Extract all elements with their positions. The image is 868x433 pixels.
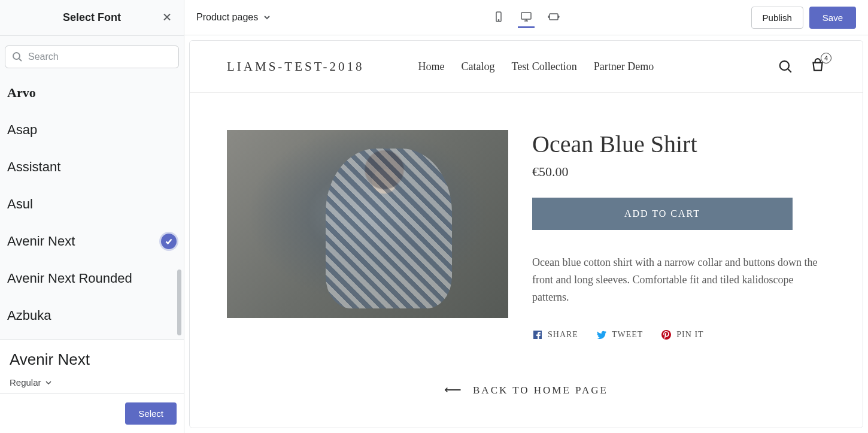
twitter-icon [596, 329, 607, 340]
tweet-label: TWEET [612, 330, 643, 340]
nav-partner-demo[interactable]: Partner Demo [594, 60, 654, 73]
top-actions: Publish Save [751, 7, 856, 29]
font-name: Azbuka [7, 308, 51, 323]
preview-container: LIAMS-TEST-2018 Home Catalog Test Collec… [184, 35, 868, 433]
close-button[interactable] [157, 7, 177, 28]
close-icon [161, 11, 173, 23]
font-weight-selector[interactable]: Regular [10, 377, 174, 387]
product-info: Ocean Blue Shirt €50.00 ADD TO CART Ocea… [532, 130, 825, 340]
font-name: Asul [7, 196, 33, 212]
back-to-home-link[interactable]: ⟵BACK TO HOME PAGE [190, 358, 863, 428]
select-button[interactable]: Select [125, 402, 177, 425]
font-item-avenir-next-rounded[interactable]: Avenir Next Rounded [0, 260, 184, 297]
font-name: Arvo [7, 85, 36, 101]
nav-home[interactable]: Home [418, 60, 445, 73]
sidebar-footer: Select [0, 393, 184, 433]
chevron-down-icon [45, 379, 52, 386]
selected-font-name: Avenir Next [10, 350, 174, 369]
sidebar-header: Select Font [0, 0, 184, 36]
sidebar-title: Select Font [63, 11, 121, 24]
font-item-azbuka[interactable]: Azbuka [0, 297, 184, 334]
product-image[interactable] [227, 130, 508, 318]
cart-button[interactable]: 4 [810, 57, 825, 75]
product-description: Ocean blue cotton shirt with a narrow co… [532, 254, 820, 305]
search-box[interactable] [5, 46, 179, 68]
topbar: Product pages Publish Save [184, 0, 868, 35]
font-item-asap[interactable]: Asap [0, 111, 184, 149]
store-nav: Home Catalog Test Collection Partner Dem… [418, 60, 654, 73]
share-facebook[interactable]: SHARE [532, 329, 578, 340]
desktop-icon [520, 11, 532, 23]
share-twitter[interactable]: TWEET [596, 329, 643, 340]
share-row: SHARE TWEET PIN IT [532, 329, 825, 340]
svg-point-2 [498, 19, 499, 20]
scrollbar-thumb[interactable] [177, 270, 181, 335]
product-price: €50.00 [532, 164, 825, 180]
chevron-down-icon [263, 13, 271, 22]
mobile-icon [493, 11, 505, 23]
selected-font-panel: Avenir Next Regular [0, 339, 184, 393]
publish-button[interactable]: Publish [751, 7, 803, 29]
main-area: Product pages Publish Save LIAMS-TEST-20… [184, 0, 868, 433]
search-input[interactable] [28, 52, 172, 62]
store-name[interactable]: LIAMS-TEST-2018 [227, 59, 365, 74]
preview-frame: LIAMS-TEST-2018 Home Catalog Test Collec… [189, 40, 863, 428]
device-mobile-button[interactable] [490, 7, 507, 28]
search-container [0, 36, 184, 74]
device-desktop-button[interactable] [518, 7, 535, 28]
store-header: LIAMS-TEST-2018 Home Catalog Test Collec… [190, 41, 863, 93]
save-button[interactable]: Save [809, 7, 856, 29]
facebook-icon [532, 329, 543, 340]
font-name: Asap [7, 122, 37, 138]
font-item-avenir-next[interactable]: Avenir Next [0, 223, 184, 260]
arrow-left-icon: ⟵ [444, 383, 463, 396]
check-icon [165, 237, 173, 246]
selected-check-badge [161, 234, 177, 249]
device-fullwidth-button[interactable] [545, 7, 562, 28]
svg-point-0 [13, 53, 20, 59]
store-actions: 4 [778, 57, 825, 75]
search-icon [11, 51, 23, 63]
font-name: Assistant [7, 159, 60, 175]
fullwidth-icon [548, 11, 560, 23]
svg-rect-3 [521, 13, 531, 19]
font-name: Avenir Next [7, 234, 75, 249]
pin-label: PIN IT [676, 330, 703, 340]
share-label: SHARE [548, 330, 578, 340]
font-item-assistant[interactable]: Assistant [0, 149, 184, 186]
weight-label: Regular [10, 377, 41, 387]
back-link-label: BACK TO HOME PAGE [473, 384, 608, 396]
nav-catalog[interactable]: Catalog [462, 60, 495, 73]
svg-rect-4 [550, 14, 558, 20]
page-selector-label: Product pages [196, 12, 258, 23]
pinterest-icon [661, 329, 672, 340]
device-switcher [490, 7, 562, 28]
svg-point-5 [780, 61, 789, 70]
font-name: Avenir Next Rounded [7, 271, 132, 286]
search-icon[interactable] [778, 59, 793, 74]
add-to-cart-button[interactable]: ADD TO CART [532, 198, 793, 230]
product-title: Ocean Blue Shirt [532, 130, 825, 158]
share-pinterest[interactable]: PIN IT [661, 329, 703, 340]
cart-count-badge: 4 [821, 53, 831, 63]
font-item-arvo[interactable]: Arvo [0, 74, 184, 111]
font-picker-sidebar: Select Font Arvo Asap Assistant Asul Ave… [0, 0, 184, 433]
page-selector[interactable]: Product pages [196, 12, 271, 23]
nav-test-collection[interactable]: Test Collection [512, 60, 577, 73]
product-section: Ocean Blue Shirt €50.00 ADD TO CART Ocea… [190, 93, 863, 358]
font-item-asul[interactable]: Asul [0, 186, 184, 223]
font-list[interactable]: Arvo Asap Assistant Asul Avenir Next Ave… [0, 74, 184, 339]
